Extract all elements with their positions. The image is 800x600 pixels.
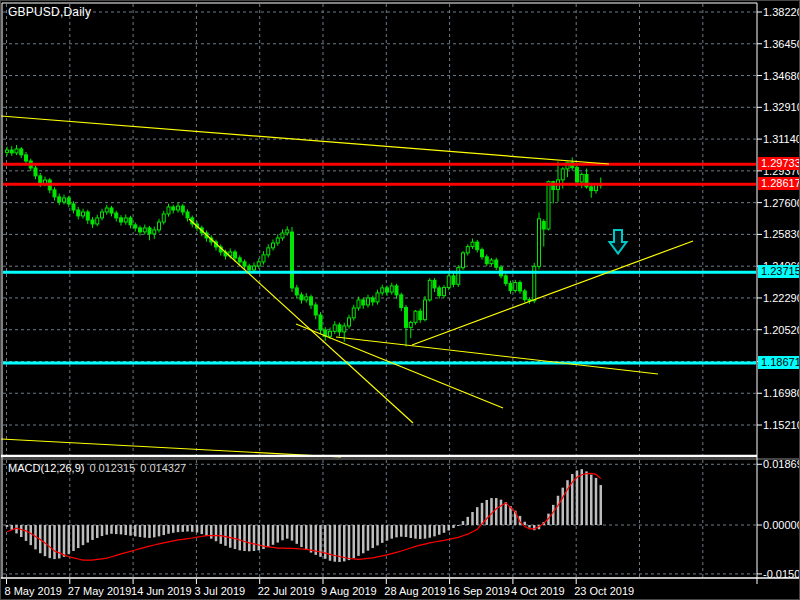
macd-histogram-bar — [581, 469, 584, 525]
chart-canvas[interactable] — [1, 1, 800, 600]
trendline — [336, 337, 658, 374]
candle-body — [319, 315, 322, 330]
macd-histogram-bar — [286, 525, 289, 539]
macd-name: MACD(12,26,9) — [8, 462, 84, 474]
macd-histogram-bar — [305, 525, 308, 550]
macd-histogram-bar — [552, 505, 555, 525]
macd-histogram-bar — [600, 485, 603, 525]
macd-histogram-bar — [158, 525, 161, 536]
candle-body — [120, 218, 123, 222]
macd-histogram-bar — [524, 522, 527, 525]
macd-histogram-bar — [343, 525, 346, 561]
price-tick-label: 1.22290 — [763, 292, 800, 304]
macd-histogram-bar — [443, 525, 446, 533]
macd-histogram-bar — [68, 525, 71, 554]
macd-histogram-bar — [481, 503, 484, 525]
candle-body — [343, 326, 346, 332]
macd-main-value: 0.012315 — [89, 462, 135, 474]
candle-body — [542, 221, 545, 229]
macd-histogram-bar — [120, 525, 123, 534]
macd-histogram-bar — [234, 525, 237, 549]
candle-body — [386, 288, 389, 292]
price-tick-label: 1.34680 — [763, 70, 800, 82]
candle-body — [300, 295, 303, 300]
macd-histogram-bar — [44, 525, 47, 556]
macd-histogram-bar — [357, 525, 360, 556]
macd-histogram-bar — [296, 525, 299, 544]
candle-body — [376, 293, 379, 302]
candle-body — [352, 308, 355, 318]
candle-body — [314, 305, 317, 315]
candle-body — [395, 286, 398, 295]
macd-histogram-bar — [471, 512, 474, 525]
candle-body — [576, 168, 579, 182]
macd-histogram-bar — [220, 525, 223, 544]
macd-histogram-bar — [505, 502, 508, 525]
macd-histogram-bar — [424, 525, 427, 539]
macd-histogram-bar — [30, 525, 33, 545]
macd-histogram-bar — [63, 525, 66, 557]
macd-histogram-bar — [239, 525, 242, 550]
candle-body — [362, 300, 365, 305]
macd-histogram-bar — [562, 488, 565, 525]
candle-body — [25, 155, 28, 161]
macd-histogram-bar — [528, 525, 531, 528]
candle-body — [181, 206, 184, 212]
macd-histogram-bar — [258, 525, 261, 550]
candle-body — [590, 187, 593, 191]
candle-body — [329, 331, 332, 336]
candle-body — [58, 197, 61, 202]
macd-histogram-bar — [367, 525, 370, 551]
macd-indicator-label: MACD(12,26,9)0.0123150.014327 — [8, 462, 186, 474]
macd-histogram-bar — [163, 525, 166, 535]
macd-histogram-bar — [448, 525, 451, 531]
candle-body — [357, 300, 360, 308]
macd-histogram-bar — [106, 525, 109, 535]
candle-body — [381, 288, 384, 293]
macd-histogram-bar — [429, 525, 432, 538]
candle-body — [86, 212, 89, 220]
candle-body — [53, 190, 56, 197]
candle-body — [462, 253, 465, 268]
macd-histogram-bar — [191, 525, 194, 532]
candle-body — [248, 266, 251, 270]
date-tick-label: 3 Jul 2019 — [194, 585, 245, 597]
date-tick-label: 16 Sep 2019 — [448, 585, 510, 597]
macd-tick-label: 0.000000 — [763, 519, 800, 531]
macd-histogram-bar — [129, 525, 132, 536]
macd-histogram-bar — [381, 525, 384, 543]
candle-body — [390, 286, 393, 292]
macd-histogram-bar — [452, 525, 455, 528]
candle-body — [367, 298, 370, 305]
candle-body — [253, 266, 256, 270]
candle-body — [438, 288, 441, 296]
candle-body — [177, 206, 180, 210]
candle-body — [67, 198, 70, 204]
candle-body — [476, 242, 479, 250]
macd-histogram-bar — [500, 500, 503, 525]
macd-histogram-bar — [186, 525, 189, 531]
date-tick-label: 14 Jun 2019 — [131, 585, 192, 597]
price-line-badge-cyan: 1.23715 — [758, 265, 800, 278]
macd-histogram-bar — [20, 525, 23, 537]
trendline — [296, 324, 503, 408]
price-line-badge-cyan: 1.18671 — [758, 356, 800, 369]
candle-body — [481, 250, 484, 257]
candle-body — [371, 298, 374, 302]
candle-body — [267, 248, 270, 255]
macd-histogram-bar — [590, 475, 593, 525]
candle-body — [276, 238, 279, 243]
macd-histogram-bar — [77, 525, 80, 548]
candle-body — [424, 300, 427, 320]
macd-histogram-bar — [486, 500, 489, 525]
candle-body — [452, 276, 455, 284]
macd-histogram-bar — [557, 496, 560, 525]
candle-body — [143, 228, 146, 232]
macd-histogram-bar — [25, 525, 28, 541]
candle-body — [538, 219, 541, 267]
candle-body — [115, 213, 118, 218]
macd-histogram-bar — [172, 525, 175, 533]
macd-histogram-bar — [376, 525, 379, 545]
macd-tick-label: -0.015060 — [763, 568, 800, 580]
macd-histogram-bar — [277, 525, 280, 543]
